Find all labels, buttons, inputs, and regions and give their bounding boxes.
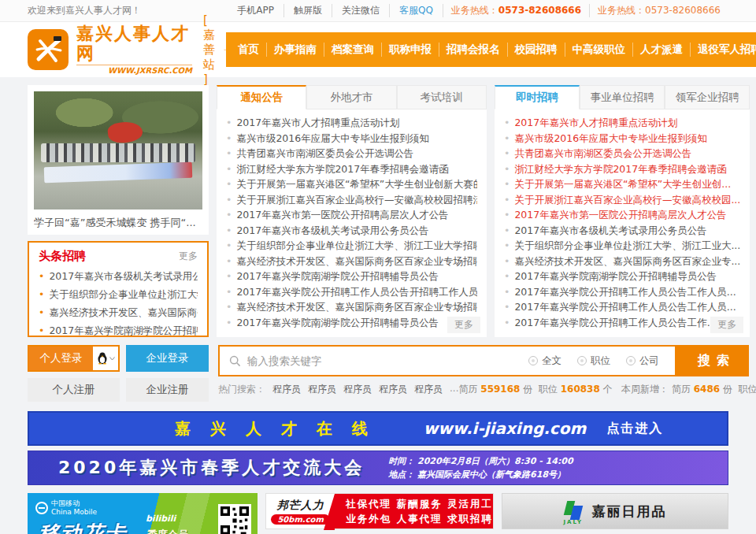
- notice-item[interactable]: 嘉兴经济技术开发区、嘉兴国际商务区百家企业专场招聘会公告: [226, 254, 477, 269]
- jaly-name: 嘉丽日用品: [592, 502, 667, 521]
- headline-more-link[interactable]: 更多: [179, 250, 198, 263]
- news-photo[interactable]: [34, 91, 202, 210]
- recruit-item[interactable]: 关于开展第一届嘉兴港区“希望杯”大学生创业创...: [504, 176, 740, 192]
- recruit-item[interactable]: 浙江财经大学东方学院2017年春季招聘会邀请函: [504, 161, 740, 177]
- notice-item[interactable]: 2017年嘉兴市人才招聘重点活动计划: [226, 115, 477, 131]
- bangmang-services-line1: 社保代理 薪酬服务 灵活用工: [346, 496, 493, 511]
- notice-item[interactable]: 2017年嘉兴市第一医院公开招聘高层次人才公告: [226, 207, 477, 223]
- spring-job-fair-banner[interactable]: 2020年嘉兴市春季人才交流大会 时间： 2020年2月8日（周六）8:30 -…: [28, 451, 728, 485]
- header: 嘉兴人事人才网 WWW.JXRSRC.COM [ 嘉善站 ] 首页办事指南档案查…: [0, 22, 756, 77]
- notice-item[interactable]: 2017年嘉兴市各级机关考试录用公务员公告: [226, 223, 477, 239]
- jaly-daily-goods-ad[interactable]: JALY 嘉丽日用品: [502, 493, 728, 529]
- recruit-list-highlight: 2017年嘉兴市人才招聘重点活动计划嘉兴市级2016年应届大中专毕业生报到须知共…: [495, 109, 750, 223]
- hot-ellipsis: ...: [450, 383, 458, 396]
- search-box: 全文 职位 公司: [218, 345, 676, 376]
- company-login-button[interactable]: 企业登录: [126, 345, 209, 372]
- recruit-item[interactable]: 2017年嘉兴学院公开招聘工作人员公告工作人员...: [504, 284, 740, 300]
- recruit-item[interactable]: 2017年嘉兴学院公开招聘工作人员公告工作人员...: [504, 299, 740, 315]
- recruit-item[interactable]: 关于组织部分企事业单位赴浙江大学、浙江工业大...: [504, 238, 740, 254]
- tab-public-institution-recruit[interactable]: 事业单位招聘: [580, 85, 665, 109]
- hot-term[interactable]: 程序员: [414, 383, 443, 396]
- group-of-people-shape: [41, 143, 196, 162]
- nav-item[interactable]: 退役军人招聘: [690, 43, 756, 57]
- notice-item[interactable]: 浙江财经大学东方学院2017年春季招聘会邀请函: [226, 161, 477, 177]
- personal-login-button[interactable]: 个人登录: [28, 345, 120, 372]
- bangmang-hr-ad[interactable]: 邦芒人力 50bm.com 社保代理 薪酬服务 灵活用工 业务外包 人事代理 求…: [265, 493, 494, 529]
- hot-search: 热门搜索： 程序员 程序员 程序员 程序员 程序员 ...: [218, 383, 458, 396]
- recruit-item[interactable]: 2017年嘉兴学院公开招聘工作人员公告工作...: [504, 315, 740, 331]
- qr-code: [218, 504, 251, 534]
- recruit-item[interactable]: 嘉兴经济技术开发区、嘉兴国际商务区百家企业专...: [504, 254, 740, 269]
- china-mobile-ad[interactable]: 中国移动China Mobile bilibili 移动花卡 季度会员: [28, 493, 258, 534]
- banner1-title: 嘉 兴 人 才 在 线: [175, 418, 375, 439]
- notice-more-link[interactable]: 更多: [447, 317, 480, 333]
- radio-position[interactable]: 职位: [577, 354, 610, 368]
- notice-item[interactable]: 嘉兴市级2016年应届大中专毕业生报到须知: [226, 131, 477, 146]
- notice-item[interactable]: 共青团嘉兴市南湖区委员会公开选调公告: [226, 146, 477, 161]
- photo-caption[interactable]: 学子回“嘉”感受禾城蝶变 携手同“...: [34, 216, 202, 230]
- notice-item[interactable]: 2017年嘉兴学院南湖学院公开招聘辅导员公告: [226, 315, 477, 331]
- banner2-title: 2020年嘉兴市春季人才交流大会: [58, 456, 365, 480]
- search-input[interactable]: [247, 354, 522, 367]
- middle-column: 通知公告 外地才市 考试培训 2017年嘉兴市人才招聘重点活动计划嘉兴市级201…: [217, 85, 487, 337]
- site-stats: 简历 559168 份 职位 160838 个 本周新增： 简历 6486 份 …: [458, 383, 756, 396]
- recruit-item[interactable]: 嘉兴市级2016年应届大中专毕业生报到须知: [504, 131, 740, 146]
- headline-job-item[interactable]: 2017年嘉兴学院南湖学院公开招聘辅...: [39, 321, 198, 339]
- recruit-item[interactable]: 2017年嘉兴市各级机关考试录用公务员公告: [504, 223, 740, 239]
- headline-job-item[interactable]: 嘉兴经济技术开发区、嘉兴国际商务...: [39, 303, 198, 321]
- headline-job-item[interactable]: 关于组织部分企事业单位赴浙江大学...: [39, 285, 198, 303]
- hot-term[interactable]: 程序员: [272, 383, 301, 396]
- radio-company[interactable]: 公司: [626, 354, 659, 368]
- recruit-item[interactable]: 关于开展浙江嘉兴百家企业高校行—安徽高校校园...: [504, 192, 740, 208]
- jiaxing-talent-online-banner[interactable]: 嘉 兴 人 才 在 线 www.i-jiaxing.com 点击进入: [28, 411, 728, 446]
- headline-jobs-box: 头条招聘 更多 2017年嘉兴市各级机关考试录用公务...关于组织部分企事业单位…: [28, 241, 209, 337]
- topbar-link-qq[interactable]: 客服QQ: [390, 4, 443, 17]
- search-button[interactable]: 搜索: [676, 345, 749, 376]
- tab-notice-announcements[interactable]: 通知公告: [217, 85, 306, 109]
- tab-leading-enterprise-recruit[interactable]: 领军企业招聘: [665, 85, 750, 109]
- headline-jobs-title: 头条招聘: [39, 249, 86, 264]
- notice-item[interactable]: 2017年嘉兴学院公开招聘工作人员公告开招聘工作人员公告开...: [226, 284, 477, 300]
- welcome-text: 欢迎来到嘉兴人事人才网！: [28, 4, 141, 17]
- tab-exam-training[interactable]: 考试培训: [397, 85, 487, 109]
- tab-instant-recruit[interactable]: 即时招聘: [495, 85, 580, 109]
- nav-item[interactable]: 职称申报: [381, 43, 439, 57]
- notice-item[interactable]: 关于组织部分企事业单位赴浙江大学、浙江工业大学招聘人才的...: [226, 238, 477, 254]
- jaly-logo-icon: JALY: [564, 501, 584, 521]
- nav-item[interactable]: 招聘会报名: [439, 43, 507, 57]
- nav-item[interactable]: 办事指南: [266, 43, 324, 57]
- nav-item[interactable]: 档案查询: [324, 43, 381, 57]
- notice-item[interactable]: 关于开展浙江嘉兴百家企业高校行—安徽高校校园招聘活动的通...: [226, 192, 477, 208]
- hot-search-label: 热门搜索：: [218, 383, 265, 396]
- topbar-link-touch[interactable]: 触屏版: [284, 4, 332, 17]
- nav-item[interactable]: 校园招聘: [507, 43, 565, 57]
- qq-login-dropdown[interactable]: [93, 347, 118, 370]
- headline-job-item[interactable]: 2017年嘉兴市各级机关考试录用公务...: [39, 267, 198, 285]
- notice-item[interactable]: 关于开展第一届嘉兴港区“希望杯”大学生创业创新大赛的通知: [226, 176, 477, 192]
- nav-item[interactable]: 中高级职位: [565, 43, 633, 57]
- recruit-tabs: 即时招聘 事业单位招聘 领军企业招聘: [495, 85, 750, 109]
- personal-register-button[interactable]: 个人注册: [28, 378, 120, 402]
- tab-outside-market[interactable]: 外地才市: [306, 85, 396, 109]
- company-register-button[interactable]: 企业注册: [126, 378, 209, 402]
- nav-item[interactable]: 首页: [231, 43, 266, 57]
- recruit-item[interactable]: 共青团嘉兴市南湖区委员会公开选调公告: [504, 146, 740, 161]
- search-icon: [229, 355, 241, 367]
- notice-item[interactable]: 2017年嘉兴学院南湖学院公开招聘辅导员公告: [226, 269, 477, 284]
- site-logo-icon[interactable]: [28, 29, 69, 70]
- topbar-link-wechat[interactable]: 关注微信: [332, 4, 390, 17]
- site-identity[interactable]: 嘉兴人事人才网 WWW.JXRSRC.COM: [76, 24, 192, 74]
- topbar-link-app[interactable]: 手机APP: [228, 4, 284, 17]
- hot-term[interactable]: 程序员: [343, 383, 372, 396]
- station-selector[interactable]: [ 嘉善站 ]: [203, 13, 226, 87]
- hot-term[interactable]: 程序员: [379, 383, 407, 396]
- nav-item[interactable]: 人才派遣: [632, 43, 690, 57]
- recruit-item[interactable]: 2017年嘉兴市第一医院公开招聘高层次人才公告: [504, 207, 740, 223]
- recruit-item[interactable]: 2017年嘉兴学院南湖学院公开招聘辅导员公告: [504, 269, 740, 284]
- bangmang-name: 邦芒人力: [277, 499, 324, 513]
- hot-term[interactable]: 程序员: [308, 383, 336, 396]
- recruit-item[interactable]: 2017年嘉兴市人才招聘重点活动计划: [504, 115, 740, 131]
- notice-item[interactable]: 嘉兴经济技术开发区、嘉兴国际商务区百家企业专场招聘会公告: [226, 299, 477, 315]
- recruit-more-link[interactable]: 更多: [710, 317, 743, 333]
- radio-fulltext[interactable]: 全文: [528, 354, 561, 368]
